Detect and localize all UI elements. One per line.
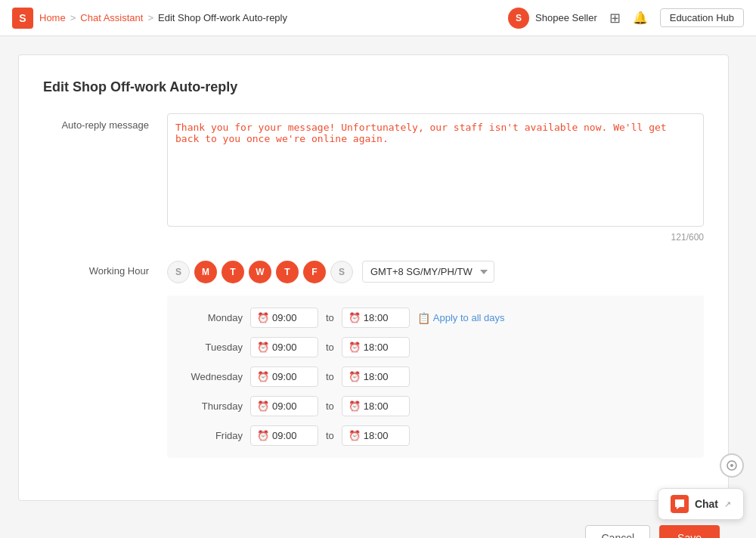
- breadcrumb-home[interactable]: Home: [39, 12, 66, 23]
- schedule-row: Tuesday ⏰ 09:00 to ⏰ 18:00: [182, 337, 689, 357]
- to-label-4: to: [326, 430, 334, 441]
- grid-icon[interactable]: ⊞: [609, 10, 621, 26]
- edu-hub-button[interactable]: Education Hub: [660, 8, 744, 27]
- end-time-3[interactable]: ⏰ 18:00: [342, 396, 410, 416]
- cancel-button[interactable]: Cancel: [585, 525, 650, 538]
- end-time-value-2: 18:00: [364, 371, 389, 382]
- start-time-3[interactable]: ⏰ 09:00: [250, 396, 318, 416]
- day-label-2: Wednesday: [182, 371, 243, 382]
- day-label-3: Thursday: [182, 400, 243, 412]
- start-time-value-4: 09:00: [272, 430, 297, 441]
- char-count: 121/600: [167, 232, 704, 243]
- clock-start-icon-4: ⏰: [257, 430, 269, 441]
- auto-reply-label: Auto-reply message: [43, 113, 149, 243]
- day-circle-6[interactable]: S: [330, 261, 353, 283]
- auto-reply-textarea[interactable]: Thank you for your message! Unfortunatel…: [167, 113, 704, 227]
- day-circle-1[interactable]: M: [194, 261, 217, 283]
- day-circle-4[interactable]: T: [276, 261, 299, 283]
- scroll-handle[interactable]: [720, 453, 744, 478]
- chat-label: Chat: [695, 498, 718, 510]
- page-title: Edit Shop Off-work Auto-reply: [43, 79, 704, 95]
- to-label-1: to: [326, 342, 334, 353]
- action-buttons: Cancel Save: [18, 525, 738, 538]
- chat-expand-icon: ↗: [724, 499, 731, 509]
- to-label-3: to: [326, 400, 334, 412]
- working-hour-field: SMTWTFS GMT+8 SG/MY/PH/TW Monday ⏰ 09:00…: [167, 261, 704, 458]
- end-time-1[interactable]: ⏰ 18:00: [342, 337, 410, 357]
- seller-logo: S: [508, 8, 529, 29]
- shopee-logo: S: [12, 8, 33, 29]
- day-label-1: Tuesday: [182, 342, 243, 353]
- breadcrumb-current: Edit Shop Off-work Auto-reply: [158, 12, 287, 23]
- breadcrumb-chat-assistant[interactable]: Chat Assistant: [80, 12, 143, 23]
- breadcrumb: Home > Chat Assistant > Edit Shop Off-wo…: [39, 12, 287, 23]
- clock-start-icon-1: ⏰: [257, 342, 269, 353]
- clock-start-icon-3: ⏰: [257, 400, 269, 412]
- clock-end-icon-0: ⏰: [349, 312, 361, 323]
- to-label-2: to: [326, 371, 334, 382]
- start-time-1[interactable]: ⏰ 09:00: [250, 337, 318, 357]
- working-hour-row: Working Hour SMTWTFS GMT+8 SG/MY/PH/TW M…: [43, 261, 704, 458]
- start-time-value-1: 09:00: [272, 342, 297, 353]
- day-label-4: Friday: [182, 430, 243, 441]
- clock-end-icon-4: ⏰: [349, 430, 361, 441]
- clock-start-icon-2: ⏰: [257, 371, 269, 382]
- end-time-value-3: 18:00: [364, 400, 389, 412]
- start-time-value-0: 09:00: [272, 312, 297, 323]
- end-time-4[interactable]: ⏰ 18:00: [342, 425, 410, 446]
- schedule-table: Monday ⏰ 09:00 to ⏰ 18:00 📋 Apply to all…: [167, 295, 704, 458]
- apply-all-link[interactable]: 📋 Apply to all days: [417, 312, 505, 324]
- topnav-right: S Shopee Seller ⊞ 🔔 Education Hub: [508, 8, 744, 29]
- seller-name: Shopee Seller: [535, 12, 597, 23]
- schedule-row: Friday ⏰ 09:00 to ⏰ 18:00: [182, 425, 689, 446]
- chat-icon: [671, 495, 689, 513]
- apply-all-icon: 📋: [417, 312, 430, 324]
- save-button[interactable]: Save: [659, 525, 720, 538]
- schedule-row: Wednesday ⏰ 09:00 to ⏰ 18:00: [182, 366, 689, 387]
- main-content: Edit Shop Off-work Auto-reply Auto-reply…: [0, 36, 756, 538]
- end-time-value-1: 18:00: [364, 342, 389, 353]
- seller-info: S Shopee Seller: [508, 8, 597, 29]
- svg-point-1: [730, 464, 733, 467]
- timezone-select[interactable]: GMT+8 SG/MY/PH/TW: [362, 261, 494, 283]
- start-time-4[interactable]: ⏰ 09:00: [250, 425, 318, 446]
- clock-end-icon-1: ⏰: [349, 342, 361, 353]
- to-label-0: to: [326, 312, 334, 323]
- clock-end-icon-2: ⏰: [349, 371, 361, 382]
- clock-end-icon-3: ⏰: [349, 400, 361, 412]
- start-time-2[interactable]: ⏰ 09:00: [250, 366, 318, 387]
- day-circle-5[interactable]: F: [303, 261, 326, 283]
- start-time-value-2: 09:00: [272, 371, 297, 382]
- apply-all-label: Apply to all days: [433, 312, 505, 323]
- auto-reply-field: Thank you for your message! Unfortunatel…: [167, 113, 704, 243]
- end-time-0[interactable]: ⏰ 18:00: [342, 308, 410, 328]
- bell-icon[interactable]: 🔔: [633, 11, 648, 25]
- end-time-value-0: 18:00: [364, 312, 389, 323]
- breadcrumb-sep1: >: [70, 12, 76, 23]
- breadcrumb-sep2: >: [147, 12, 153, 23]
- day-label-0: Monday: [182, 312, 243, 323]
- day-circle-0[interactable]: S: [167, 261, 190, 283]
- end-time-2[interactable]: ⏰ 18:00: [342, 366, 410, 387]
- working-hour-controls: SMTWTFS GMT+8 SG/MY/PH/TW: [167, 261, 704, 283]
- chat-fab[interactable]: Chat ↗: [658, 488, 744, 520]
- day-circles: SMTWTFS: [167, 261, 353, 283]
- schedule-row: Monday ⏰ 09:00 to ⏰ 18:00 📋 Apply to all…: [182, 308, 689, 328]
- clock-start-icon-0: ⏰: [257, 312, 269, 323]
- start-time-0[interactable]: ⏰ 09:00: [250, 308, 318, 328]
- working-hour-label: Working Hour: [43, 261, 149, 277]
- day-circle-2[interactable]: T: [222, 261, 244, 283]
- topnav: S Home > Chat Assistant > Edit Shop Off-…: [0, 0, 756, 36]
- edit-card: Edit Shop Off-work Auto-reply Auto-reply…: [18, 54, 729, 501]
- schedule-row: Thursday ⏰ 09:00 to ⏰ 18:00: [182, 396, 689, 416]
- auto-reply-row: Auto-reply message Thank you for your me…: [43, 113, 704, 243]
- start-time-value-3: 09:00: [272, 400, 297, 412]
- topnav-left: S Home > Chat Assistant > Edit Shop Off-…: [12, 8, 287, 29]
- end-time-value-4: 18:00: [364, 430, 389, 441]
- day-circle-3[interactable]: W: [249, 261, 271, 283]
